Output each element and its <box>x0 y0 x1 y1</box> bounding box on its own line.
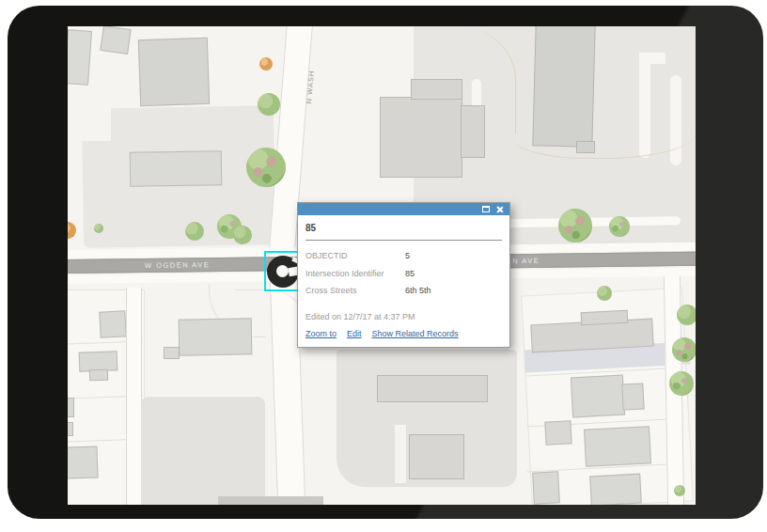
building <box>544 420 571 445</box>
building <box>409 434 464 479</box>
tree-icon <box>609 216 630 237</box>
alley <box>126 288 142 505</box>
building <box>621 383 644 410</box>
tree-icon <box>558 209 592 243</box>
building <box>68 29 92 86</box>
tree-icon <box>669 371 694 396</box>
edit-link[interactable]: Edit <box>347 329 362 338</box>
building <box>411 79 462 100</box>
building <box>532 471 560 504</box>
tree-icon <box>68 222 76 239</box>
field-label: Cross Streets <box>305 282 405 300</box>
divider <box>305 240 502 241</box>
building <box>571 375 625 418</box>
edited-note: Edited on 12/7/17 at 4:37 PM <box>305 312 502 321</box>
building <box>576 141 595 153</box>
building <box>164 347 180 359</box>
street-label-ogden-left: W OGDEN AVE <box>145 260 210 270</box>
building <box>89 369 108 382</box>
building <box>377 375 488 402</box>
building <box>99 310 126 337</box>
feature-popup: 85 OBJECTID 5 Intersection Identifier 85… <box>297 202 510 348</box>
popup-body: 85 OBJECTID 5 Intersection Identifier 85… <box>298 215 509 347</box>
building <box>68 446 99 478</box>
tree-icon <box>258 93 280 116</box>
tree-icon <box>94 224 103 233</box>
building <box>100 26 131 55</box>
field-value: 6th 5th <box>405 282 431 300</box>
field-row: Intersection Identifier 85 <box>305 265 502 283</box>
tree-icon <box>672 337 696 362</box>
popup-header <box>298 203 509 215</box>
building <box>380 97 462 178</box>
building <box>461 105 485 158</box>
building <box>138 38 210 107</box>
marker-hole <box>276 265 289 277</box>
building <box>179 318 253 355</box>
zoom-to-link[interactable]: Zoom to <box>305 329 337 338</box>
close-icon[interactable] <box>496 206 504 213</box>
tree-icon <box>259 57 273 70</box>
maximize-icon[interactable] <box>482 206 490 212</box>
building <box>589 474 642 505</box>
tree-icon <box>185 222 204 241</box>
building <box>532 26 595 148</box>
building <box>130 150 223 187</box>
field-row: OBJECTID 5 <box>305 247 502 265</box>
walkway <box>639 53 665 64</box>
field-label: OBJECTID <box>305 247 405 265</box>
building <box>68 422 73 436</box>
popup-title: 85 <box>305 223 502 233</box>
field-row: Cross Streets 6th 5th <box>305 282 502 300</box>
field-value: 5 <box>405 247 410 265</box>
tablet-frame: N WASH W OGDEN AVE W OGD <box>8 6 763 519</box>
tree-icon <box>246 148 286 187</box>
field-label: Intersection Identifier <box>305 265 405 283</box>
tree-icon <box>597 286 612 301</box>
tree-icon <box>677 305 696 325</box>
field-value: 85 <box>405 265 415 283</box>
building <box>218 496 323 505</box>
tree-icon <box>233 226 252 244</box>
building <box>584 426 651 467</box>
page: N WASH W OGDEN AVE W OGD <box>0 0 767 532</box>
tree-icon <box>674 485 685 496</box>
building <box>68 398 74 417</box>
show-related-records-link[interactable]: Show Related Records <box>372 329 459 338</box>
walkway <box>395 425 406 483</box>
popup-actions: Zoom to Edit Show Related Records <box>305 329 502 338</box>
building <box>581 310 629 326</box>
plaza-notch <box>81 105 111 141</box>
map-canvas[interactable]: N WASH W OGDEN AVE W OGD <box>68 26 696 505</box>
plaza <box>141 397 265 505</box>
